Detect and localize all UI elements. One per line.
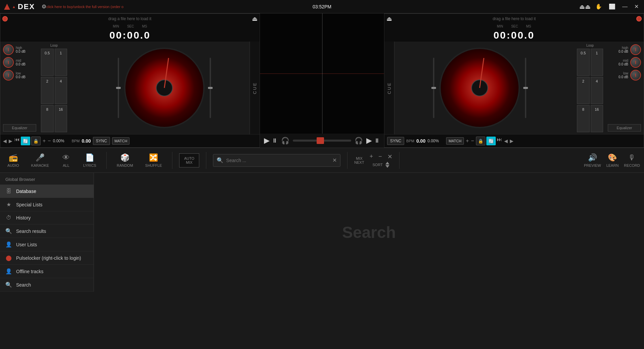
loop-btn-0-5-right[interactable]: 0.5 <box>577 49 590 76</box>
loop-active-btn-right[interactable]: 🔄 <box>486 137 496 145</box>
loop-btn-1-right[interactable]: 1 <box>591 49 603 76</box>
nav-next-left[interactable]: ▶ <box>9 138 12 144</box>
cue-label-left[interactable]: CUE <box>252 82 257 94</box>
minus-btn-right[interactable]: − <box>471 138 474 144</box>
sidebar-item-search[interactable]: 🔍 Search <box>0 278 94 292</box>
pitch-handle-right-left-deck[interactable] <box>208 87 213 89</box>
cue-btn-left-area[interactable]: CUE <box>250 42 260 134</box>
toolbar-shuffle-btn[interactable]: 🔀 SHUFFLE <box>142 151 165 169</box>
play-btn-left[interactable]: ▶ <box>264 136 270 145</box>
toolbar-divider-2 <box>172 152 172 169</box>
touch-icon[interactable]: ✋ <box>593 3 604 10</box>
cue-label-right[interactable]: CUE <box>387 82 392 94</box>
automix-btn[interactable]: AUTO MIX <box>179 153 199 167</box>
turntable-left[interactable] <box>124 48 205 128</box>
sidebar-item-offline-tracks[interactable]: 👤 Offline tracks <box>0 265 94 278</box>
eject-right-icon[interactable]: ⏏ <box>585 3 591 10</box>
learn-label: LEARN <box>606 163 619 167</box>
cue-btn-right-area[interactable]: CUE <box>384 42 394 134</box>
loop-btn-4-right[interactable]: 4 <box>591 77 603 104</box>
match-btn-left[interactable]: MATCH <box>112 137 129 145</box>
loop-btn-16-right[interactable]: 16 <box>591 105 603 132</box>
crossfader-track[interactable] <box>293 140 351 142</box>
eq-low-knob-right[interactable] <box>630 70 641 81</box>
settings-icon[interactable]: ⚙ <box>42 3 46 10</box>
preview-btn[interactable]: 🔊 PREVIEW <box>584 153 601 167</box>
turntable-right[interactable] <box>439 48 520 128</box>
loop-btn-2-right[interactable]: 2 <box>577 77 590 104</box>
sidebar-item-pulselocker[interactable]: ⬤ Pulselocker (right-click to login) <box>0 251 94 265</box>
pitch-handle-left-rd[interactable] <box>431 87 436 89</box>
nav-next-right[interactable]: ▶ <box>510 138 514 144</box>
cue-prev-icon-left[interactable]: ⏮ <box>14 137 20 145</box>
sidebar-item-search-results[interactable]: 🔍 Search results <box>0 225 94 238</box>
plus-btn-right[interactable]: + <box>466 138 469 144</box>
sidebar-item-user-lists[interactable]: 👤 User Lists <box>0 238 94 251</box>
eq-high-knob-left[interactable] <box>3 44 14 55</box>
timer-sec-label-left: SEC <box>127 24 134 28</box>
eject-left-icon[interactable]: ⏏ <box>579 3 585 10</box>
pause-btn-left[interactable]: ⏸ <box>272 137 278 144</box>
search-results-icon: 🔍 <box>5 228 12 234</box>
loop-btn-2-left[interactable]: 2 <box>41 77 54 104</box>
sidebar-item-history[interactable]: ⏱ History <box>0 211 94 225</box>
toolbar-lyrics-btn[interactable]: 📄 LYRICS <box>80 151 100 169</box>
match-btn-right[interactable]: MATCH <box>446 137 464 145</box>
pitch-handle-left[interactable] <box>116 87 121 89</box>
eq-mid-knob-right[interactable] <box>630 57 641 68</box>
loop-active-btn-left[interactable]: 🔄 <box>21 137 30 145</box>
eq-low-knob-left[interactable] <box>3 70 14 81</box>
sync-btn-right[interactable]: SYNC <box>387 137 404 145</box>
deck-right-eject-icon[interactable]: ⏏ <box>386 15 392 22</box>
learn-btn[interactable]: 🎨 LEARN <box>606 153 619 167</box>
cue-prev-icon-right[interactable]: ⏭ <box>497 137 502 145</box>
sort-arrow-up-icon[interactable] <box>385 162 389 164</box>
loop-btn-1-left[interactable]: 1 <box>55 49 67 76</box>
lock-btn-right[interactable]: 🔒 <box>476 137 485 145</box>
play-btn-right[interactable]: ▶ <box>366 136 372 145</box>
loop-btn-4-left[interactable]: 4 <box>55 77 67 104</box>
crossfader-handle[interactable] <box>317 137 324 144</box>
deck-left-eject-icon[interactable]: ⏏ <box>252 15 258 22</box>
eq-mid-knob-left[interactable] <box>3 57 14 68</box>
lock-btn-left[interactable]: 🔒 <box>31 137 41 145</box>
nav-prev-left[interactable]: ◀ <box>3 138 7 144</box>
sidebar-item-special-lists[interactable]: ★ Special Lists <box>0 198 94 211</box>
toolbar-random-btn[interactable]: 🎲 RANDOM <box>113 151 137 169</box>
eq-high-knob-right[interactable] <box>630 44 641 55</box>
loop-btn-8-left[interactable]: 8 <box>41 105 54 132</box>
crossfader-container <box>293 140 351 142</box>
timer-sec-label-right: SEC <box>511 24 518 28</box>
sort-close-icon[interactable]: ✕ <box>387 153 392 160</box>
restore-button[interactable]: ⬜ <box>607 3 618 10</box>
sidebar-item-database[interactable]: 🗄 Database <box>0 185 94 198</box>
headphone-right-icon[interactable]: 🎧 <box>355 137 363 145</box>
equalizer-btn-right[interactable]: Equalizer <box>608 124 641 132</box>
deck-right-eq: high 0.0 dB mid 0.0 dB low 0.0 dB <box>605 42 644 134</box>
sort-plus-icon[interactable]: + <box>370 153 373 160</box>
close-button[interactable]: ✕ <box>632 3 641 10</box>
search-input[interactable] <box>226 158 330 163</box>
sort-minus-icon[interactable]: − <box>378 153 382 160</box>
sync-btn-left[interactable]: SYNC <box>93 137 110 145</box>
toolbar-karaoke-btn[interactable]: 🎤 KARAOKE <box>28 151 52 169</box>
toolbar-all-btn[interactable]: 👁 ALL <box>58 151 74 169</box>
plus-btn-left[interactable]: + <box>43 138 46 144</box>
sidebar-label-database: Database <box>16 189 36 194</box>
pitch-handle-right-rd[interactable] <box>523 87 528 89</box>
karaoke-icon: 🎤 <box>36 153 45 162</box>
loop-btn-8-right[interactable]: 8 <box>577 105 590 132</box>
record-btn[interactable]: 🎙 RECORD <box>624 153 640 167</box>
loop-btn-16-left[interactable]: 16 <box>55 105 67 132</box>
nav-prev-right[interactable]: ◀ <box>504 138 508 144</box>
minus-btn-left[interactable]: − <box>48 138 51 144</box>
equalizer-btn-left[interactable]: Equalizer <box>3 124 36 132</box>
loop-btn-0-5-left[interactable]: 0.5 <box>41 49 54 76</box>
deck-right-middle: CUE <box>384 42 644 134</box>
minimize-button[interactable]: — <box>620 3 630 10</box>
headphone-left-icon[interactable]: 🎧 <box>281 137 289 145</box>
search-clear-icon[interactable]: ✕ <box>332 157 337 163</box>
pause-btn-right[interactable]: ⏸ <box>374 137 380 144</box>
sort-arrow-down-icon[interactable] <box>385 165 389 168</box>
toolbar-audio-btn[interactable]: 📻 AUDIO <box>4 151 22 169</box>
